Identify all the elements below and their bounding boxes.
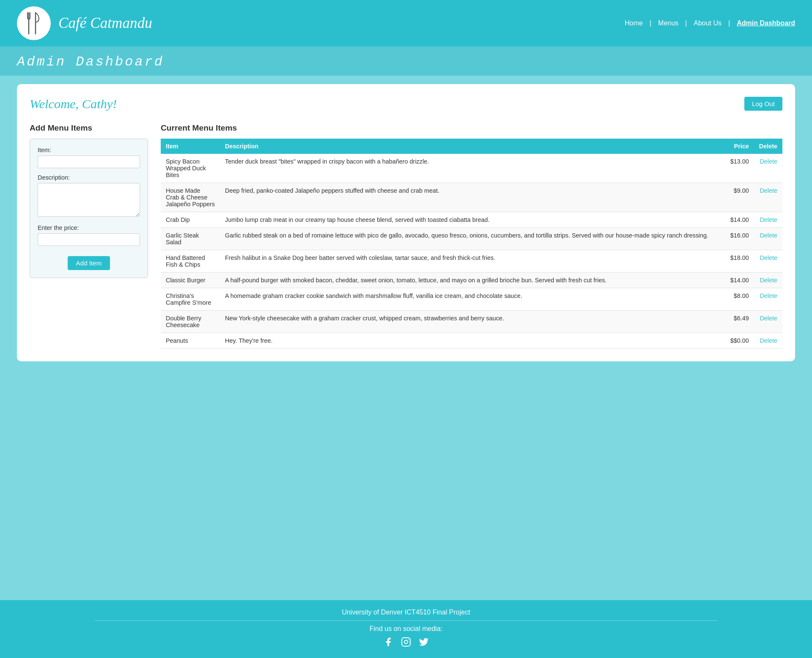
cell-description: Jumbo lump crab meat in our creamy tap h… [220,212,724,228]
description-label: Description: [38,174,140,181]
cell-price: $14.00 [724,212,754,228]
page-subtitle-bar: Admin Dashboard [0,46,812,76]
table-row: Double Berry CheesecakeNew York-style ch… [161,311,782,333]
welcome-row: Welcome, Cathy! Log Out [30,97,782,112]
delete-link[interactable]: Delete [760,216,777,223]
table-row: Hand Battered Fish & ChipsFresh halibut … [161,250,782,273]
cell-description: Fresh halibut in a Snake Dog beer batter… [220,250,724,273]
header-description: Description [220,139,724,154]
menu-table-title: Current Menu Items [161,123,782,133]
cell-item-name: Garlic Steak Salad [161,228,220,250]
cell-price: $13.00 [724,154,754,183]
main-content: Welcome, Cathy! Log Out Add Menu Items I… [0,76,812,600]
cell-delete: Delete [754,333,782,349]
cell-item-name: Christina's Campfire S'more [161,288,220,311]
cell-description: Hey. They're free. [220,333,724,349]
description-input[interactable] [38,183,140,217]
footer: University of Denver ICT4510 Final Proje… [0,600,812,658]
cell-delete: Delete [754,212,782,228]
cell-price: $8.00 [724,288,754,311]
item-input[interactable] [38,156,140,168]
cell-price: $18.00 [724,250,754,273]
cell-item-name: Crab Dip [161,212,220,228]
cell-price: $14.00 [724,273,754,288]
cell-delete: Delete [754,228,782,250]
welcome-text: Welcome, Cathy! [30,97,117,112]
cell-item-name: Double Berry Cheesecake [161,311,220,333]
cell-price: $6.49 [724,311,754,333]
nav-admin[interactable]: Admin Dashboard [737,19,795,27]
header: Café Catmandu Home | Menus | About Us | … [0,0,812,46]
header-price: Price [724,139,754,154]
cell-delete: Delete [754,250,782,273]
price-input[interactable] [38,233,140,246]
cell-item-name: Peanuts [161,333,220,349]
menu-table-body: Spicy Bacon Wrapped Duck BitesTender duc… [161,154,782,349]
add-item-button[interactable]: Add Item [68,256,110,270]
cell-item-name: Classic Burger [161,273,220,288]
table-row: PeanutsHey. They're free.$$0.00Delete [161,333,782,349]
nav-about[interactable]: About Us [694,19,721,27]
delete-link[interactable]: Delete [760,232,777,239]
delete-link[interactable]: Delete [760,158,777,165]
cell-description: Deep fried, panko-coated Jalapeño pepper… [220,183,724,212]
svg-rect-4 [402,638,410,646]
table-header-row: Item Description Price Delete [161,139,782,154]
two-col-layout: Add Menu Items Item: Description: Enter … [30,123,782,349]
logo-area: Café Catmandu [17,6,152,40]
cell-description: Garlic rubbed steak on a bed of romaine … [220,228,724,250]
footer-social-label: Find us on social media: [17,625,795,633]
price-label: Enter the price: [38,224,140,231]
table-row: Christina's Campfire S'moreA homemade gr… [161,288,782,311]
nav-menus[interactable]: Menus [658,19,678,27]
header-delete: Delete [754,139,782,154]
add-form-section: Add Menu Items Item: Description: Enter … [30,123,148,278]
table-row: House Made Crab & Cheese Jalapeño Popper… [161,183,782,212]
svg-point-5 [404,640,408,644]
footer-credit: University of Denver ICT4510 Final Proje… [17,609,795,616]
cell-item-name: Spicy Bacon Wrapped Duck Bites [161,154,220,183]
cell-description: New York-style cheesecake with a graham … [220,311,724,333]
delete-link[interactable]: Delete [760,254,777,261]
svg-point-6 [408,639,409,640]
cell-item-name: House Made Crab & Cheese Jalapeño Popper… [161,183,220,212]
footer-social [17,637,795,650]
delete-link[interactable]: Delete [760,337,777,344]
facebook-icon[interactable] [383,637,393,650]
delete-link[interactable]: Delete [760,292,777,299]
table-row: Crab DipJumbo lump crab meat in our crea… [161,212,782,228]
nav-sep-1: | [650,19,651,27]
menu-table-section: Current Menu Items Item Description Pric… [161,123,782,349]
cell-delete: Delete [754,311,782,333]
instagram-icon[interactable] [401,637,411,650]
footer-divider [95,620,717,621]
add-form-box: Item: Description: Enter the price: Add … [30,139,148,278]
logout-button[interactable]: Log Out [744,97,782,111]
cell-price: $16.00 [724,228,754,250]
item-label: Item: [38,147,140,153]
cell-item-name: Hand Battered Fish & Chips [161,250,220,273]
nav-sep-2: | [685,19,687,27]
delete-link[interactable]: Delete [760,277,777,284]
twitter-icon[interactable] [419,637,429,650]
cell-price: $$0.00 [724,333,754,349]
header-item: Item [161,139,220,154]
menu-table: Item Description Price Delete Spicy Baco… [161,139,782,349]
nav: Home | Menus | About Us | Admin Dashboar… [625,19,795,27]
cell-delete: Delete [754,273,782,288]
cell-description: A half-pound burger with smoked bacon, c… [220,273,724,288]
add-form-title: Add Menu Items [30,123,148,133]
delete-link[interactable]: Delete [760,315,777,322]
cell-description: Tender duck breast "bites" wrapped in cr… [220,154,724,183]
nav-home[interactable]: Home [625,19,643,27]
cell-delete: Delete [754,183,782,212]
dashboard-card: Welcome, Cathy! Log Out Add Menu Items I… [17,84,795,361]
table-row: Spicy Bacon Wrapped Duck BitesTender duc… [161,154,782,183]
table-row: Classic BurgerA half-pound burger with s… [161,273,782,288]
cell-delete: Delete [754,288,782,311]
delete-link[interactable]: Delete [760,187,777,194]
cell-description: A homemade graham cracker cookie sandwic… [220,288,724,311]
cell-price: $9.00 [724,183,754,212]
site-title: Café Catmandu [58,15,152,32]
page-subtitle: Admin Dashboard [17,54,795,70]
